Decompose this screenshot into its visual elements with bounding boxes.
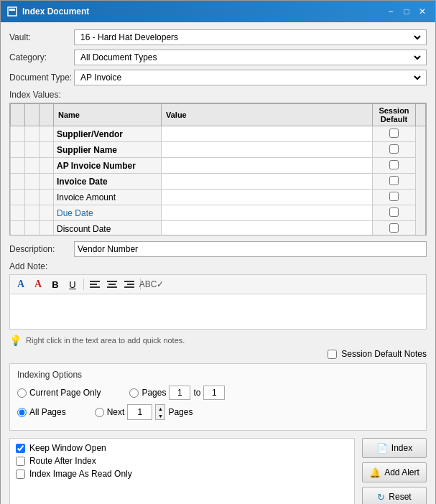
- route-after-checkbox[interactable]: [16, 457, 25, 466]
- bottom-section: Keep Window Open Route After Index Index…: [9, 438, 427, 504]
- indexing-options-title: Indexing Options: [17, 370, 419, 380]
- col-header-session: Session Default: [373, 104, 416, 126]
- value-input[interactable]: [164, 208, 369, 218]
- pages-suffix: Pages: [168, 407, 193, 417]
- alert-icon: 🔔: [369, 467, 381, 478]
- font-red-button[interactable]: A: [30, 277, 46, 291]
- session-checkbox[interactable]: [389, 160, 399, 169]
- row-checkbox[interactable]: [373, 126, 416, 142]
- window-title: Index Document: [22, 6, 89, 17]
- align-left-button[interactable]: [87, 277, 103, 291]
- value-input[interactable]: [164, 224, 369, 234]
- pages-to-input[interactable]: [203, 386, 225, 400]
- svg-rect-2: [90, 281, 100, 282]
- spell-check-button[interactable]: ABC✓: [144, 277, 159, 291]
- col-header-name: Name: [54, 104, 162, 126]
- next-radio[interactable]: [95, 408, 104, 417]
- svg-rect-1: [9, 9, 15, 11]
- value-input[interactable]: [164, 129, 369, 139]
- description-row: Description:: [9, 241, 427, 257]
- table-row: Supplier Name: [11, 142, 426, 158]
- route-after-label: Route After Index: [29, 456, 96, 466]
- session-checkbox[interactable]: [389, 207, 399, 217]
- minimize-button[interactable]: −: [384, 4, 398, 19]
- session-default-notes-label: Session Default Notes: [341, 349, 427, 359]
- next-input[interactable]: [127, 404, 152, 420]
- add-note-section: Add Note: A A B U: [9, 261, 427, 359]
- session-default-notes-checkbox[interactable]: [328, 350, 337, 359]
- index-button[interactable]: 📄 Index: [362, 438, 427, 458]
- index-read-only-checkbox[interactable]: [16, 470, 25, 479]
- session-checkbox[interactable]: [389, 176, 399, 185]
- row-value[interactable]: [162, 221, 373, 236]
- bold-button[interactable]: B: [47, 277, 63, 291]
- align-center-button[interactable]: [104, 277, 120, 291]
- note-textarea[interactable]: [9, 294, 427, 330]
- svg-rect-4: [90, 286, 100, 288]
- category-select[interactable]: All Document Types: [78, 52, 423, 63]
- close-button[interactable]: ✕: [415, 4, 430, 19]
- table-row: AP Invoice Number: [11, 158, 426, 174]
- current-page-option: Current Page Only: [17, 388, 101, 398]
- content-area: Vault: 16 - Hard Hat Developers Category…: [1, 22, 435, 504]
- keep-window-item: Keep Window Open: [16, 443, 348, 453]
- row-value[interactable]: [162, 190, 373, 205]
- all-pages-radio[interactable]: [17, 408, 27, 417]
- keep-window-checkbox[interactable]: [16, 444, 25, 453]
- reset-button[interactable]: ↻ Reset: [362, 487, 427, 504]
- row-value[interactable]: [162, 158, 373, 174]
- col-header-1: [11, 104, 25, 126]
- row-value[interactable]: [162, 126, 373, 142]
- doc-type-dropdown[interactable]: AP Invoice: [74, 70, 427, 85]
- row-name: AP Invoice Number: [54, 158, 162, 174]
- note-toolbar: A A B U: [9, 274, 427, 294]
- value-input[interactable]: [164, 161, 369, 171]
- value-input[interactable]: [164, 177, 369, 187]
- current-page-radio[interactable]: [17, 388, 27, 398]
- table-row: Invoice Amount: [11, 190, 426, 205]
- pages-from-input[interactable]: [169, 386, 190, 400]
- svg-rect-0: [8, 7, 17, 16]
- pages-to-label: to: [193, 388, 200, 398]
- index-read-only-label: Index Image As Read Only: [29, 469, 132, 479]
- add-alert-label: Add Alert: [384, 467, 419, 477]
- vault-row: Vault: 16 - Hard Hat Developers: [9, 29, 427, 45]
- row-value[interactable]: [162, 174, 373, 190]
- spin-up-button[interactable]: ▲: [156, 405, 164, 412]
- doc-type-select[interactable]: AP Invoice: [78, 72, 423, 83]
- category-dropdown[interactable]: All Document Types: [74, 50, 427, 65]
- description-input[interactable]: [74, 241, 427, 257]
- row-value[interactable]: [162, 205, 373, 221]
- title-bar-left: Index Document: [6, 6, 89, 17]
- col-header-2: [25, 104, 40, 126]
- doc-type-row: Document Type: AP Invoice: [9, 70, 427, 85]
- vault-select[interactable]: 16 - Hard Hat Developers: [78, 32, 423, 43]
- add-alert-button[interactable]: 🔔 Add Alert: [362, 462, 427, 482]
- session-checkbox[interactable]: [389, 144, 399, 154]
- pages-radio[interactable]: [129, 388, 139, 398]
- align-right-button[interactable]: [121, 277, 137, 291]
- action-buttons: 📄 Index 🔔 Add Alert ↻ Reset Cancel: [362, 438, 427, 504]
- vault-dropdown[interactable]: 16 - Hard Hat Developers: [74, 29, 427, 45]
- session-checkbox[interactable]: [389, 129, 399, 138]
- value-input[interactable]: [164, 145, 369, 155]
- row-icon-3: [40, 126, 54, 142]
- spin-down-button[interactable]: ▼: [156, 412, 164, 419]
- index-values-label: Index Values:: [9, 90, 427, 100]
- bulb-icon: 💡: [9, 335, 22, 346]
- session-checkbox[interactable]: [389, 223, 399, 233]
- maximize-button[interactable]: □: [399, 4, 414, 19]
- index-icon: 📄: [376, 443, 388, 454]
- row-name: Supplier Name: [54, 142, 162, 158]
- session-checkbox[interactable]: [389, 192, 399, 201]
- font-color-button[interactable]: A: [13, 277, 29, 291]
- reset-label: Reset: [389, 492, 411, 502]
- row-icon-2: [25, 126, 40, 142]
- table-row: Due Date: [11, 205, 426, 221]
- svg-rect-7: [107, 286, 117, 288]
- value-input[interactable]: [164, 192, 369, 202]
- col-header-scroll: [416, 104, 426, 126]
- row-value[interactable]: [162, 142, 373, 158]
- radio-row-2: All Pages Next ▲ ▼ Pages: [17, 404, 419, 420]
- underline-button[interactable]: U: [65, 277, 80, 291]
